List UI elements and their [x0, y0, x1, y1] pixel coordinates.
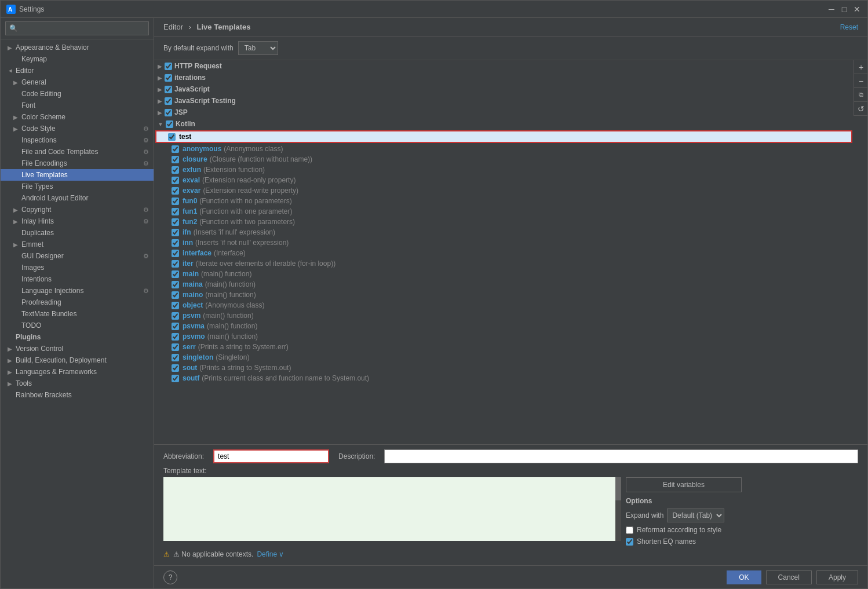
template-item-singleton[interactable]: singleton (Singleton)	[154, 352, 854, 363]
group-checkbox-kotlin[interactable]	[166, 120, 173, 128]
template-checkbox[interactable]	[172, 260, 179, 268]
define-link[interactable]: Define ∨	[257, 550, 284, 558]
description-input[interactable]	[384, 449, 858, 463]
sidebar-item-editor[interactable]: ▼ Editor	[1, 65, 154, 76]
template-item-fun0[interactable]: fun0 (Function with no parameters)	[154, 196, 854, 206]
template-checkbox[interactable]	[172, 239, 179, 247]
apply-button[interactable]: Apply	[816, 570, 858, 584]
template-checkbox[interactable]	[172, 291, 179, 299]
add-template-button[interactable]: +	[854, 60, 867, 74]
sidebar-item-file-encodings[interactable]: ▶ File Encodings ⚙	[1, 158, 154, 169]
sidebar-item-build-execution[interactable]: ▶ Build, Execution, Deployment	[1, 354, 154, 366]
group-header-kotlin[interactable]: ▼ Kotlin	[154, 118, 854, 130]
template-checkbox[interactable]	[172, 166, 179, 174]
template-text-area[interactable]	[163, 477, 621, 541]
template-item-exfun[interactable]: exfun (Extension function)	[154, 164, 854, 175]
template-item-object[interactable]: object (Anonymous class)	[154, 300, 854, 310]
sidebar-item-inspections[interactable]: ▶ Inspections ⚙	[1, 134, 154, 146]
maximize-button[interactable]: □	[840, 5, 849, 14]
sidebar-item-gui-designer[interactable]: ▶ GUI Designer ⚙	[1, 250, 154, 262]
sidebar-item-rainbow-brackets[interactable]: ▶ Rainbow Brackets	[1, 389, 154, 401]
sidebar-item-live-templates[interactable]: ▶ Live Templates	[1, 169, 154, 181]
ok-button[interactable]: OK	[727, 570, 761, 584]
scrollbar-thumb[interactable]	[615, 477, 621, 500]
sidebar-item-tools[interactable]: ▶ Tools	[1, 378, 154, 389]
sidebar-item-android-layout[interactable]: ▶ Android Layout Editor	[1, 192, 154, 204]
group-checkbox-js-testing[interactable]	[165, 97, 172, 105]
template-item-psvma[interactable]: psvma (main() function)	[154, 321, 854, 331]
sidebar-item-file-code-templates[interactable]: ▶ File and Code Templates ⚙	[1, 146, 154, 158]
sidebar-item-inlay-hints[interactable]: ▶ Inlay Hints ⚙	[1, 215, 154, 227]
template-checkbox[interactable]	[172, 145, 179, 153]
template-checkbox[interactable]	[172, 250, 179, 257]
group-checkbox-js[interactable]	[165, 86, 172, 93]
template-item-sout[interactable]: sout (Prints a string to System.out)	[154, 363, 854, 373]
sidebar-item-font[interactable]: ▶ Font	[1, 100, 154, 111]
template-checkbox[interactable]	[172, 323, 179, 330]
template-item-soutf[interactable]: soutf (Prints current class and function…	[154, 373, 854, 383]
sidebar-item-emmet[interactable]: ▶ Emmet	[1, 239, 154, 250]
expand-with-options-select[interactable]: Default (Tab) Tab Enter	[667, 508, 724, 522]
template-checkbox[interactable]	[172, 187, 179, 195]
reset-button[interactable]: Reset	[840, 23, 858, 31]
template-item-maina[interactable]: maina (main() function)	[154, 279, 854, 290]
template-item-interface[interactable]: interface (Interface)	[154, 248, 854, 258]
sidebar-item-images[interactable]: ▶ Images	[1, 262, 154, 273]
template-item-exvar[interactable]: exvar (Extension read-write property)	[154, 185, 854, 196]
template-item-serr[interactable]: serr (Prints a string to System.err)	[154, 342, 854, 352]
sidebar-item-copyright[interactable]: ▶ Copyright ⚙	[1, 204, 154, 215]
template-checkbox[interactable]	[172, 156, 179, 163]
sidebar-item-todo[interactable]: ▶ TODO	[1, 320, 154, 331]
sidebar-item-languages-frameworks[interactable]: ▶ Languages & Frameworks	[1, 366, 154, 378]
sidebar-item-proofreading[interactable]: ▶ Proofreading	[1, 297, 154, 308]
template-item-main[interactable]: main (main() function)	[154, 269, 854, 279]
sidebar-item-plugins[interactable]: ▶ Plugins	[1, 331, 154, 343]
reformat-checkbox[interactable]	[626, 526, 633, 534]
template-item-exval[interactable]: exval (Extension read-only property)	[154, 175, 854, 185]
search-input[interactable]	[5, 21, 149, 35]
shorten-eq-checkbox[interactable]	[626, 538, 633, 546]
template-item-closure[interactable]: closure (Closure (function without name)…	[154, 154, 854, 164]
sidebar-item-general[interactable]: ▶ General	[1, 76, 154, 88]
template-item-psvmo[interactable]: psvmo (main() function)	[154, 331, 854, 342]
help-button[interactable]: ?	[163, 570, 177, 584]
template-item-inn[interactable]: inn (Inserts 'if not null' expression)	[154, 237, 854, 248]
template-item-fun1[interactable]: fun1 (Function with one parameter)	[154, 206, 854, 217]
cancel-button[interactable]: Cancel	[766, 570, 812, 584]
template-checkbox[interactable]	[172, 343, 179, 351]
group-header-iterations[interactable]: ▶ iterations	[154, 72, 854, 83]
group-checkbox-jsp[interactable]	[165, 109, 172, 116]
remove-template-button[interactable]: −	[854, 74, 867, 88]
template-checkbox-test[interactable]	[168, 133, 176, 141]
abbreviation-input[interactable]	[213, 449, 329, 463]
edit-variables-button[interactable]: Edit variables	[626, 477, 742, 492]
sidebar-item-code-style[interactable]: ▶ Code Style ⚙	[1, 123, 154, 134]
close-button[interactable]: ✕	[852, 5, 862, 14]
template-checkbox[interactable]	[172, 302, 179, 309]
sidebar-item-language-injections[interactable]: ▶ Language Injections ⚙	[1, 285, 154, 297]
template-checkbox[interactable]	[172, 197, 179, 205]
template-checkbox[interactable]	[172, 364, 179, 372]
template-item-test[interactable]: test	[155, 130, 852, 143]
template-item-anonymous[interactable]: anonymous (Anonymous class)	[154, 144, 854, 154]
expand-with-select[interactable]: Tab Enter Space	[238, 41, 278, 55]
template-checkbox[interactable]	[172, 354, 179, 361]
template-item-maino[interactable]: maino (main() function)	[154, 290, 854, 300]
template-item-iter[interactable]: iter (Iterate over elements of iterable …	[154, 258, 854, 269]
reset-template-button[interactable]: ↺	[854, 102, 867, 116]
group-checkbox-http[interactable]	[165, 63, 172, 70]
template-checkbox[interactable]	[172, 229, 179, 236]
copy-template-button[interactable]: ⧉	[854, 88, 867, 102]
template-checkbox[interactable]	[172, 333, 179, 341]
template-checkbox[interactable]	[172, 208, 179, 215]
group-header-http[interactable]: ▶ HTTP Request	[154, 60, 854, 72]
sidebar-item-appearance[interactable]: ▶ Appearance & Behavior	[1, 42, 154, 53]
template-checkbox[interactable]	[172, 312, 179, 320]
sidebar-item-intentions[interactable]: ▶ Intentions	[1, 273, 154, 285]
sidebar-item-duplicates[interactable]: ▶ Duplicates	[1, 227, 154, 239]
group-header-jsp[interactable]: ▶ JSP	[154, 107, 854, 118]
template-checkbox[interactable]	[172, 177, 179, 184]
sidebar-item-keymap[interactable]: ▶ Keymap	[1, 53, 154, 65]
sidebar-item-code-editing[interactable]: ▶ Code Editing	[1, 88, 154, 100]
minimize-button[interactable]: ─	[827, 5, 836, 14]
